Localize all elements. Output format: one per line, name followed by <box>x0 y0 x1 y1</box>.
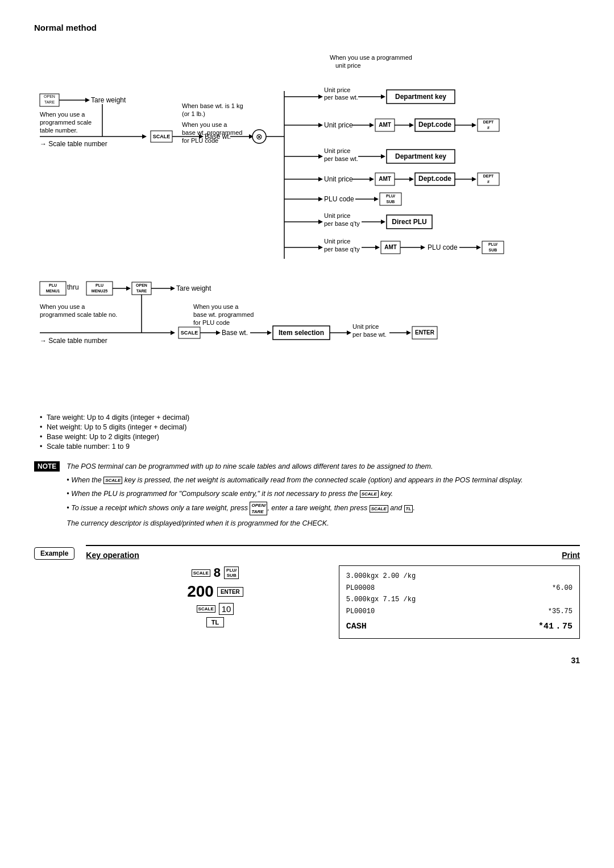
svg-text:thru: thru <box>67 283 79 291</box>
receipt-cash-line: CASH *41．75 <box>346 619 572 634</box>
svg-text:SCALE: SCALE <box>153 134 171 139</box>
svg-marker-83 <box>374 197 379 201</box>
svg-marker-130 <box>171 330 175 335</box>
svg-marker-36 <box>381 94 385 99</box>
svg-marker-104 <box>421 245 425 250</box>
bullet-item: Base weight: Up to 2 digits (integer) <box>40 433 580 441</box>
svg-marker-124 <box>171 286 175 291</box>
scale-key[interactable]: SCALE <box>192 569 210 577</box>
svg-text:programmed scale table no.: programmed scale table no. <box>40 311 117 318</box>
scale-key-inline2: SCALE <box>360 490 379 498</box>
scale-key-inline: SCALE <box>103 477 122 484</box>
svg-text:When you use a: When you use a <box>40 111 85 118</box>
svg-marker-64 <box>318 177 323 181</box>
svg-text:Base wt.: Base wt. <box>205 133 231 140</box>
diagram-svg: When you use a programmed unit price OPE… <box>34 43 580 407</box>
svg-text:SCALE: SCALE <box>181 330 198 336</box>
svg-text:→  Scale table number: → Scale table number <box>40 140 107 148</box>
svg-marker-100 <box>375 245 380 250</box>
receipt-line-3: 5.000kgx 7.15 /kg <box>346 594 572 605</box>
svg-marker-107 <box>476 245 481 250</box>
svg-text:SUB: SUB <box>489 248 497 252</box>
svg-text:Department key: Department key <box>395 93 446 101</box>
tl-key[interactable]: TL <box>206 617 224 627</box>
svg-text:MENU25: MENU25 <box>92 289 108 293</box>
svg-text:PLU: PLU <box>49 283 57 287</box>
print-title: Print <box>339 551 580 560</box>
svg-text:AMT: AMT <box>384 244 397 250</box>
print-receipt: 3.000kgx 2.00 /kg PL00008*6.00 5.000kgx … <box>339 565 580 639</box>
svg-text:Unit price: Unit price <box>324 175 353 183</box>
key-row-2: 200 ENTER <box>187 582 243 601</box>
svg-text:PLU/: PLU/ <box>386 194 395 198</box>
svg-marker-60 <box>381 154 385 159</box>
print-section: Print 3.000kgx 2.00 /kg PL00008*6.00 5.0… <box>327 545 580 639</box>
svg-text:OPEN: OPEN <box>44 94 55 98</box>
svg-text:Direct PLU: Direct PLU <box>392 218 426 226</box>
scale-key-2[interactable]: SCALE <box>197 605 215 613</box>
svg-text:per base wt.: per base wt. <box>324 155 358 162</box>
enter-key[interactable]: ENTER <box>217 587 243 597</box>
svg-text:When you use a: When you use a <box>40 303 85 310</box>
svg-marker-47 <box>409 123 414 127</box>
open-tare-inline: OPEN/TARE <box>250 502 267 515</box>
svg-marker-96 <box>318 245 323 250</box>
svg-text:AMT: AMT <box>379 122 391 128</box>
svg-text:#: # <box>487 180 489 184</box>
svg-marker-67 <box>370 177 374 181</box>
plu-sub-key[interactable]: PLU/SUB <box>224 567 239 579</box>
svg-text:DEPT: DEPT <box>483 174 494 178</box>
svg-text:for PLU code: for PLU code <box>193 319 230 326</box>
svg-text:per base wt.: per base wt. <box>324 94 358 101</box>
svg-text:MENU1: MENU1 <box>46 289 60 293</box>
page-container: Normal method When you use a programmed … <box>34 23 580 665</box>
svg-text:DEPT: DEPT <box>483 120 494 124</box>
page-title: Normal method <box>34 23 580 32</box>
svg-text:When base wt. is 1 kg: When base wt. is 1 kg <box>182 102 243 109</box>
svg-text:Unit price: Unit price <box>324 238 350 245</box>
svg-text:Unit price: Unit price <box>324 121 353 129</box>
note-line-5: The currency descriptor is displayed/pri… <box>67 518 522 529</box>
svg-marker-92 <box>381 220 385 224</box>
svg-text:⊗: ⊗ <box>256 132 263 141</box>
svg-marker-51 <box>472 123 476 127</box>
svg-text:PLU code: PLU code <box>428 243 458 251</box>
svg-marker-56 <box>318 154 323 159</box>
svg-marker-13 <box>142 134 147 139</box>
key-10[interactable]: 10 <box>219 603 234 615</box>
svg-text:When you use a programmed: When you use a programmed <box>330 54 412 61</box>
svg-marker-32 <box>318 94 323 99</box>
tl-key-inline: TL <box>404 505 413 512</box>
note-section: NOTE The POS terminal can be programmed … <box>34 461 580 531</box>
svg-marker-43 <box>370 123 374 127</box>
svg-text:Unit price: Unit price <box>352 323 379 330</box>
svg-text:When you use a: When you use a <box>182 121 227 128</box>
svg-text:per base wt.: per base wt. <box>352 331 387 338</box>
receipt-line-2: PL00008*6.00 <box>346 582 572 594</box>
svg-text:Unit price: Unit price <box>324 212 350 219</box>
key-200[interactable]: 200 <box>187 582 214 601</box>
svg-text:SUB: SUB <box>387 200 395 204</box>
note-line-4: • To issue a receipt which shows only a … <box>67 502 522 515</box>
svg-text:per base q'ty: per base q'ty <box>324 246 360 253</box>
example-label: Example <box>34 547 74 560</box>
svg-text:Department key: Department key <box>395 152 446 160</box>
receipt-line-1: 3.000kgx 2.00 /kg <box>346 571 572 582</box>
svg-marker-88 <box>318 220 323 224</box>
svg-text:When you use a: When you use a <box>193 303 239 310</box>
svg-text:PLU: PLU <box>96 283 103 287</box>
svg-text:Base wt.: Base wt. <box>222 329 248 337</box>
key-8[interactable]: 8 <box>214 565 221 580</box>
svg-marker-145 <box>347 330 351 335</box>
svg-text:Tare weight: Tare weight <box>176 284 211 292</box>
svg-text:→  Scale table number: → Scale table number <box>40 337 107 345</box>
key-row-1: SCALE 8 PLU/SUB <box>192 565 239 580</box>
page-number: 31 <box>34 656 580 665</box>
key-operation-section: Key operation SCALE 8 PLU/SUB 200 ENTER <box>86 545 327 627</box>
example-section: Example Key operation SCALE 8 PLU/SUB 20… <box>34 545 580 639</box>
svg-text:Unit price: Unit price <box>324 147 350 154</box>
svg-marker-40 <box>318 123 323 127</box>
svg-marker-71 <box>409 177 414 181</box>
svg-text:Unit price: Unit price <box>324 86 350 93</box>
svg-marker-138 <box>267 330 272 335</box>
